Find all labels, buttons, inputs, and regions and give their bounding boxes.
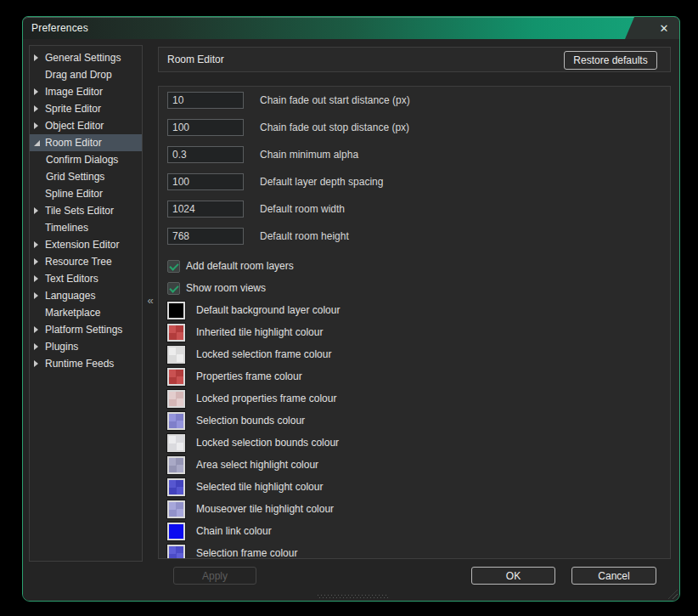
close-icon[interactable]: ✕ <box>654 20 674 37</box>
setting-label: Selection frame colour <box>196 547 297 559</box>
sidebar-item-label: Timelines <box>45 222 88 234</box>
chain-fade-out-stop-input[interactable] <box>167 119 244 136</box>
sidebar-item-label: Sprite Editor <box>45 103 101 115</box>
chain-fade-out-start-input[interactable] <box>167 92 244 109</box>
sidebar-item-room-editor[interactable]: Room Editor <box>30 134 142 151</box>
setting-row: Default background layer colour <box>167 299 670 321</box>
bottom-drag-grip[interactable] <box>318 595 389 598</box>
sidebar-item-resource-tree[interactable]: Resource Tree <box>30 253 142 270</box>
sidebar-item-label: Runtime Feeds <box>45 358 114 370</box>
setting-row: Add default room layers <box>167 255 670 277</box>
setting-label: Default background layer colour <box>196 304 340 316</box>
sidebar-item-grid-settings[interactable]: Grid Settings <box>30 168 142 185</box>
expand-arrow-icon[interactable] <box>34 291 45 300</box>
expand-arrow-icon[interactable] <box>34 206 45 215</box>
sidebar-item-spline-editor[interactable]: Spline Editor <box>30 185 142 202</box>
checkmark-icon <box>169 283 178 292</box>
expand-arrow-icon[interactable] <box>34 54 45 62</box>
setting-label: Show room views <box>186 282 266 294</box>
setting-row: Selection bounds colour <box>167 410 670 432</box>
sidebar-item-label: Resource Tree <box>45 256 112 268</box>
setting-row: Chain fade out stop distance (px) <box>167 119 670 146</box>
sidebar-item-plugins[interactable]: Plugins <box>30 338 142 355</box>
sidebar-item-platform-settings[interactable]: Platform Settings <box>30 321 142 338</box>
restore-defaults-button[interactable]: Restore defaults <box>564 51 657 70</box>
default-room-height-input[interactable] <box>167 228 244 245</box>
expand-arrow-icon[interactable] <box>34 105 45 113</box>
expand-arrow-icon[interactable] <box>34 88 45 96</box>
checkmark-icon <box>169 261 178 270</box>
setting-label: Default room height <box>260 228 349 245</box>
resize-grip-icon[interactable] <box>668 590 678 599</box>
setting-row: Selected tile highlight colour <box>167 476 670 498</box>
mouseover-tile-highlight-colour-swatch[interactable] <box>167 500 185 518</box>
setting-label: Default layer depth spacing <box>260 173 383 190</box>
setting-row: Locked selection frame colour <box>167 343 670 365</box>
setting-label: Chain fade out stop distance (px) <box>260 119 409 136</box>
sidebar-item-confirm-dialogs[interactable]: Confirm Dialogs <box>30 151 142 168</box>
settings-tree: General Settings Drag and Drop Image Edi… <box>29 45 143 562</box>
sidebar-item-drag-and-drop[interactable]: Drag and Drop <box>30 66 142 83</box>
sidebar-item-object-editor[interactable]: Object Editor <box>30 117 142 134</box>
add-default-room-layers-checkbox[interactable] <box>167 260 180 273</box>
setting-row: Chain minimum alpha <box>167 146 670 173</box>
expand-arrow-icon[interactable] <box>34 325 45 334</box>
setting-label: Locked selection bounds colour <box>196 437 339 449</box>
collapse-sidebar-icon[interactable]: « <box>144 292 157 308</box>
sidebar-item-extension-editor[interactable]: Extension Editor <box>30 236 142 253</box>
locked-properties-frame-colour-swatch[interactable] <box>167 390 185 408</box>
sidebar-item-timelines[interactable]: Timelines <box>30 219 142 236</box>
expand-arrow-icon[interactable] <box>34 342 45 351</box>
sidebar-item-label: Plugins <box>45 341 78 353</box>
expand-arrow-icon[interactable] <box>34 240 45 249</box>
preferences-window: Preferences ✕ General Settings Drag and … <box>22 16 680 602</box>
sidebar-item-sprite-editor[interactable]: Sprite Editor <box>30 100 142 117</box>
inherited-tile-highlight-colour-swatch[interactable] <box>167 324 185 342</box>
expand-arrow-icon[interactable] <box>34 359 45 368</box>
sidebar-item-tile-sets-editor[interactable]: Tile Sets Editor <box>30 202 142 219</box>
setting-label: Selected tile highlight colour <box>196 481 323 493</box>
expand-arrow-icon[interactable] <box>34 257 45 266</box>
setting-label: Locked properties frame colour <box>196 393 336 404</box>
setting-row: Default room width <box>167 201 670 228</box>
chain-link-colour-swatch[interactable] <box>167 523 185 540</box>
default-background-layer-colour-swatch[interactable] <box>167 302 185 319</box>
setting-label: Chain link colour <box>196 525 272 537</box>
setting-row: Locked selection bounds colour <box>167 432 670 454</box>
sidebar-item-label: Drag and Drop <box>45 69 112 81</box>
properties-frame-colour-swatch[interactable] <box>167 368 185 386</box>
sidebar-item-label: General Settings <box>45 52 121 64</box>
setting-label: Inherited tile highlight colour <box>196 326 323 338</box>
window-body: General Settings Drag and Drop Image Edi… <box>23 39 679 601</box>
default-room-width-input[interactable] <box>167 201 244 218</box>
collapse-arrow-icon[interactable] <box>34 138 45 147</box>
title-bar[interactable]: Preferences ✕ <box>23 17 679 39</box>
sidebar-item-label: Spline Editor <box>45 188 103 200</box>
sidebar-item-label: Room Editor <box>45 137 102 149</box>
apply-button[interactable]: Apply <box>173 567 256 585</box>
sidebar-item-general-settings[interactable]: General Settings <box>30 49 142 66</box>
sidebar-item-image-editor[interactable]: Image Editor <box>30 83 142 100</box>
cancel-button[interactable]: Cancel <box>571 567 656 585</box>
selected-tile-highlight-colour-swatch[interactable] <box>167 478 185 496</box>
locked-selection-frame-colour-swatch[interactable] <box>167 346 185 364</box>
default-layer-depth-spacing-input[interactable] <box>167 173 244 190</box>
expand-arrow-icon[interactable] <box>34 274 45 283</box>
sidebar-item-text-editors[interactable]: Text Editors <box>30 270 142 287</box>
sidebar-item-marketplace[interactable]: Marketplace <box>30 304 142 321</box>
sidebar-item-label: Platform Settings <box>45 324 122 336</box>
expand-arrow-icon[interactable] <box>34 122 45 130</box>
setting-label: Properties frame colour <box>196 370 302 382</box>
setting-label: Chain minimum alpha <box>260 146 358 163</box>
selection-frame-colour-swatch[interactable] <box>167 545 185 560</box>
selection-bounds-colour-swatch[interactable] <box>167 412 185 430</box>
area-select-highlight-colour-swatch[interactable] <box>167 456 185 474</box>
ok-button[interactable]: OK <box>471 567 555 585</box>
chain-minimum-alpha-input[interactable] <box>167 146 244 163</box>
show-room-views-checkbox[interactable] <box>167 282 180 295</box>
locked-selection-bounds-colour-swatch[interactable] <box>167 434 185 452</box>
setting-row: Inherited tile highlight colour <box>167 321 670 343</box>
sidebar-item-label: Object Editor <box>45 120 104 132</box>
sidebar-item-runtime-feeds[interactable]: Runtime Feeds <box>30 355 142 372</box>
sidebar-item-languages[interactable]: Languages <box>30 287 142 304</box>
